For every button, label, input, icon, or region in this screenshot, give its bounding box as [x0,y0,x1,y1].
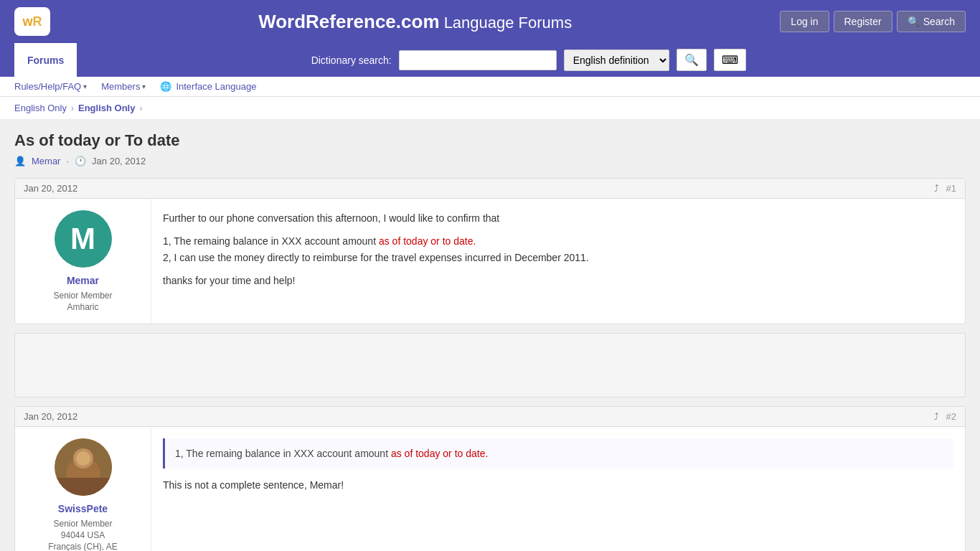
nav-bar: Forums Dictionary search: English defini… [0,43,980,77]
dict-search-input[interactable] [399,50,557,70]
search-button[interactable]: 🔍 Search [897,11,966,32]
post-1-sidebar: M Memar Senior Member Amharic [15,199,151,324]
svg-rect-4 [55,478,112,496]
post-2: Jan 20, 2012 ⤴ #2 SwissPete [14,406,966,551]
post-1-share-icon[interactable]: ⤴ [934,183,939,194]
thread-author[interactable]: Memar [32,156,60,166]
post-2-number: #2 [946,411,956,422]
page-content: As of today or To date 👤 Memar · 🕐 Jan 2… [0,120,980,551]
thread-clock-icon: 🕐 [75,156,86,166]
post-1-body: M Memar Senior Member Amharic Further to… [15,199,965,324]
rules-chevron-icon: ▾ [83,83,87,90]
dict-search-button[interactable]: 🔍 [677,49,707,71]
thread-title: As of today or To date [14,131,966,150]
post-1-avatar: M [55,210,112,268]
post-1-avatar-letter: M [70,222,95,256]
post-2-location: 94044 USA [61,530,105,540]
interface-language-link[interactable]: Interface Language [176,81,256,92]
post-2-quote-highlight: as of today or to date. [391,448,488,459]
site-header: wR WordReference.com Language Forums Log… [0,0,980,43]
post-1-actions: ⤴ #1 [934,183,956,194]
post-1-paragraph-1: Further to our phone conversation this a… [163,210,953,226]
thread-author-icon: 👤 [14,156,26,166]
dict-search-row: Dictionary search: English definition En… [77,43,966,77]
post-2-location2: Français (CH), AE (California) [27,542,139,551]
post-1-paragraph-3: thanks for your time and help! [163,273,953,288]
secondary-nav: Rules/Help/FAQ ▾ Members ▾ 🌐 Interface L… [0,77,980,97]
rules-link[interactable]: Rules/Help/FAQ [14,81,81,92]
post-1-location: Amharic [67,302,98,312]
site-title-bold: WordReference.com [258,11,439,32]
dict-search-label: Dictionary search: [311,55,392,66]
site-logo[interactable]: wR [14,7,50,36]
members-link[interactable]: Members [101,81,140,92]
login-button[interactable]: Log in [780,11,829,32]
post-1-date: Jan 20, 2012 [24,183,77,194]
rules-nav-item[interactable]: Rules/Help/FAQ ▾ [14,81,87,92]
post-2-date: Jan 20, 2012 [24,411,77,422]
post-2-header: Jan 20, 2012 ⤴ #2 [15,407,965,427]
breadcrumb-english-only-1[interactable]: English Only [14,103,67,113]
post-2-sidebar: SwissPete Senior Member 94044 USA França… [15,427,151,551]
breadcrumb-english-only-2[interactable]: English Only [78,103,135,113]
post-1-content: Further to our phone conversation this a… [151,199,965,324]
dict-keyboard-button[interactable]: ⌨ [714,49,746,71]
thread-meta: 👤 Memar · 🕐 Jan 20, 2012 [14,156,966,166]
post-1-number: #1 [946,183,956,194]
site-title-rest: Language Forums [440,14,573,32]
meta-sep: · [66,156,69,166]
post-2-avatar [55,438,112,496]
site-title: WordReference.com Language Forums [65,11,765,33]
post-1-username[interactable]: Memar [67,275,99,286]
post-2-rank: Senior Member [53,519,112,529]
post-1-header: Jan 20, 2012 ⤴ #1 [15,179,965,199]
members-chevron-icon: ▾ [142,83,146,90]
globe-icon: 🌐 [160,81,171,92]
register-button[interactable]: Register [834,11,892,32]
post-1: Jan 20, 2012 ⤴ #1 M Memar Senior Member … [14,178,966,324]
breadcrumb: English Only › English Only › [0,97,980,120]
post-2-quote: 1, The remaing balance in XXX account am… [163,438,953,468]
post-1-paragraph-2: 1, The remaing balance in XXX account am… [163,233,953,265]
post-1-highlight-1: as of today or to date. [379,235,476,247]
search-icon: 🔍 [908,16,920,27]
members-nav-item[interactable]: Members ▾ [101,81,146,92]
post-2-share-icon[interactable]: ⤴ [934,411,939,422]
search-label: Search [923,16,955,27]
post-2-paragraph-1: This is not a complete sentence, Memar! [163,477,953,493]
breadcrumb-sep-2: › [139,103,142,113]
post-1-rank: Senior Member [53,291,112,301]
post-2-actions: ⤴ #2 [934,411,956,422]
dict-language-select[interactable]: English definition English - Spanish Spa… [564,50,669,71]
post-2-content: 1, The remaing balance in XXX account am… [151,427,965,551]
svg-point-3 [76,451,90,466]
ad-banner [14,333,966,397]
post-2-username[interactable]: SwissPete [58,503,108,514]
post-2-body: SwissPete Senior Member 94044 USA França… [15,427,965,551]
forums-tab[interactable]: Forums [14,43,77,77]
interface-language-nav-item[interactable]: 🌐 Interface Language [160,81,256,92]
breadcrumb-sep-1: › [71,103,74,113]
thread-date: Jan 20, 2012 [92,156,146,166]
login-area: Log in Register 🔍 Search [780,11,966,32]
